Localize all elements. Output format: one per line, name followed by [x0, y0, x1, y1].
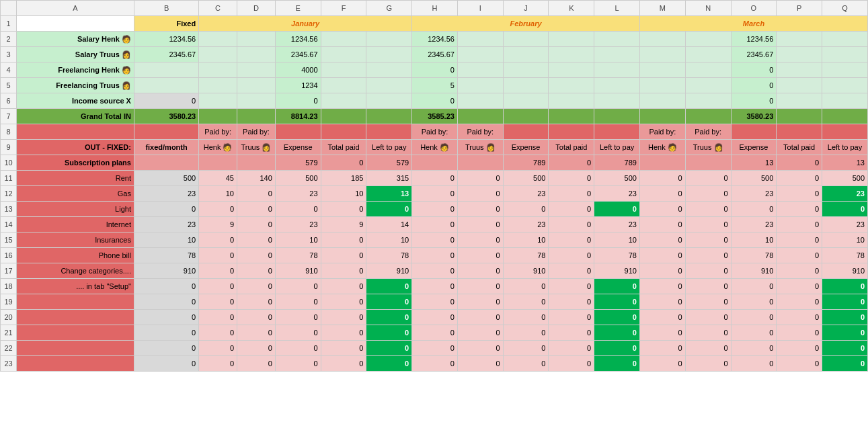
r21-g[interactable]: 0: [366, 325, 412, 341]
r8-l[interactable]: [594, 124, 640, 140]
r2-b[interactable]: 1234.56: [134, 32, 198, 47]
r11-c[interactable]: 45: [199, 171, 237, 186]
r7-label[interactable]: Grand Total IN: [17, 109, 134, 124]
r18-j[interactable]: 0: [503, 279, 549, 294]
r19-d[interactable]: 0: [237, 294, 276, 310]
r15-f[interactable]: 0: [321, 232, 366, 248]
r13-o[interactable]: 0: [731, 202, 777, 217]
r10-h[interactable]: [412, 155, 458, 171]
r7-k[interactable]: [549, 109, 594, 124]
r4-label[interactable]: Freelancing Henk 🧑: [17, 62, 134, 78]
r7-b[interactable]: 3580.23: [134, 109, 198, 124]
r11-j[interactable]: 500: [503, 171, 549, 186]
r22-h[interactable]: 0: [412, 341, 458, 356]
r20-h[interactable]: 0: [412, 310, 458, 325]
r8-b[interactable]: [134, 124, 198, 140]
r22-i[interactable]: 0: [457, 341, 503, 356]
r19-j[interactable]: 0: [503, 294, 549, 310]
r11-l[interactable]: 500: [594, 171, 640, 186]
r7-n[interactable]: [685, 109, 731, 124]
r13-h[interactable]: 0: [412, 202, 458, 217]
r13-d[interactable]: 0: [237, 202, 276, 217]
r22-e[interactable]: 0: [275, 341, 321, 356]
r11-q[interactable]: 500: [822, 171, 868, 186]
r1-b[interactable]: Fixed: [134, 16, 198, 32]
r3-c[interactable]: [199, 47, 237, 62]
r21-q[interactable]: 0: [822, 325, 868, 341]
r20-a[interactable]: [17, 310, 134, 325]
r4-k[interactable]: [549, 62, 594, 78]
r22-n[interactable]: 0: [685, 341, 731, 356]
r6-m[interactable]: [639, 93, 685, 109]
r18-f[interactable]: 0: [321, 279, 366, 294]
r17-l[interactable]: 910: [594, 263, 640, 279]
r18-q[interactable]: 0: [822, 279, 868, 294]
r20-l[interactable]: 0: [594, 310, 640, 325]
r23-q[interactable]: 0: [822, 356, 868, 372]
r14-p[interactable]: 0: [777, 217, 822, 232]
r21-m[interactable]: 0: [639, 325, 685, 341]
r8-d[interactable]: Paid by:: [237, 124, 276, 140]
r15-o[interactable]: 10: [731, 232, 777, 248]
r8-h[interactable]: Paid by:: [412, 124, 458, 140]
r21-h[interactable]: 0: [412, 325, 458, 341]
r3-p[interactable]: [777, 47, 822, 62]
r7-p[interactable]: [777, 109, 822, 124]
r13-j[interactable]: 0: [503, 202, 549, 217]
r20-e[interactable]: 0: [275, 310, 321, 325]
r16-k[interactable]: 0: [549, 248, 594, 263]
r23-p[interactable]: 0: [777, 356, 822, 372]
r14-l[interactable]: 23: [594, 217, 640, 232]
r19-b[interactable]: 0: [134, 294, 198, 310]
r5-k[interactable]: [549, 78, 594, 93]
r5-o[interactable]: 0: [731, 78, 777, 93]
r13-i[interactable]: 0: [457, 202, 503, 217]
col-k-header[interactable]: K: [549, 1, 594, 16]
r14-n[interactable]: 0: [685, 217, 731, 232]
r16-a[interactable]: Phone bill: [17, 248, 134, 263]
r7-o[interactable]: 3580.23: [731, 109, 777, 124]
r7-d[interactable]: [237, 109, 276, 124]
r4-f[interactable]: [321, 62, 366, 78]
r12-l[interactable]: 23: [594, 186, 640, 202]
r18-g[interactable]: 0: [366, 279, 412, 294]
r2-h[interactable]: 1234.56: [412, 32, 458, 47]
r21-p[interactable]: 0: [777, 325, 822, 341]
r9-h[interactable]: Henk 🧑: [412, 140, 458, 155]
r19-n[interactable]: 0: [685, 294, 731, 310]
r19-a[interactable]: [17, 294, 134, 310]
r5-q[interactable]: [822, 78, 868, 93]
r5-p[interactable]: [777, 78, 822, 93]
r15-a[interactable]: Insurances: [17, 232, 134, 248]
r15-i[interactable]: 0: [457, 232, 503, 248]
r23-k[interactable]: 0: [549, 356, 594, 372]
r19-l[interactable]: 0: [594, 294, 640, 310]
r14-b[interactable]: 23: [134, 217, 198, 232]
r9-k[interactable]: Total paid: [549, 140, 594, 155]
r2-n[interactable]: [685, 32, 731, 47]
r10-m[interactable]: [639, 155, 685, 171]
r12-g[interactable]: 13: [366, 186, 412, 202]
r12-m[interactable]: 0: [639, 186, 685, 202]
r6-c[interactable]: [199, 93, 237, 109]
r20-c[interactable]: 0: [199, 310, 237, 325]
r9-d[interactable]: Truus 👩: [237, 140, 276, 155]
r11-f[interactable]: 185: [321, 171, 366, 186]
r20-g[interactable]: 0: [366, 310, 412, 325]
r2-m[interactable]: [639, 32, 685, 47]
r12-d[interactable]: 0: [237, 186, 276, 202]
r14-h[interactable]: 0: [412, 217, 458, 232]
col-e-header[interactable]: E: [275, 1, 321, 16]
r12-c[interactable]: 10: [199, 186, 237, 202]
r18-h[interactable]: 0: [412, 279, 458, 294]
r4-h[interactable]: 0: [412, 62, 458, 78]
r10-j[interactable]: 789: [503, 155, 549, 171]
r18-i[interactable]: 0: [457, 279, 503, 294]
r13-l[interactable]: 0: [594, 202, 640, 217]
r11-e[interactable]: 500: [275, 171, 321, 186]
r21-k[interactable]: 0: [549, 325, 594, 341]
r4-j[interactable]: [503, 62, 549, 78]
r13-f[interactable]: 0: [321, 202, 366, 217]
r6-b[interactable]: 0: [134, 93, 198, 109]
r19-g[interactable]: 0: [366, 294, 412, 310]
